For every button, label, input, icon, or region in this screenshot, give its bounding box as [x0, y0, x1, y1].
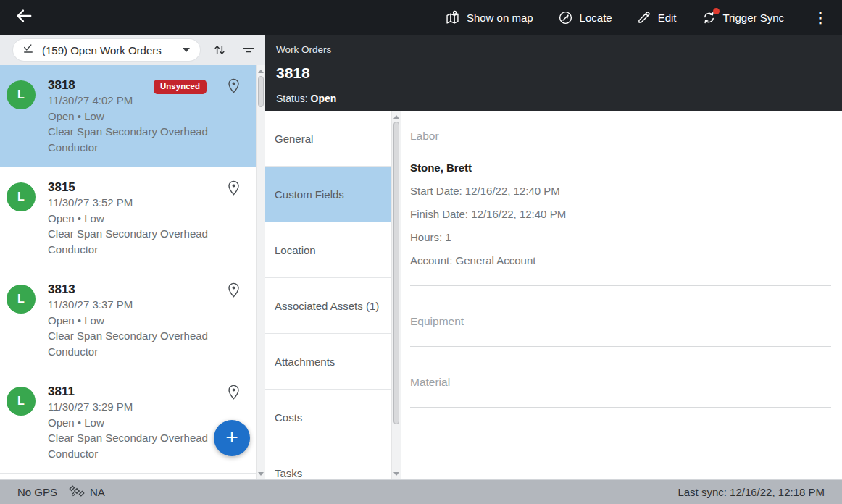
work-order-detail-panel: Work Orders 3818 Status:Open General Cus…	[265, 35, 842, 479]
detail-tab[interactable]: Costs	[265, 390, 391, 445]
list-scrollbar[interactable]	[256, 65, 265, 479]
status-label: Status:	[276, 93, 308, 104]
section-heading: Material	[410, 376, 831, 389]
work-order-status-priority: Open • Low	[48, 313, 227, 329]
detail-body: General Custom Fields Location Associate…	[265, 111, 842, 479]
content-section: Equipment	[410, 286, 831, 347]
work-order-timestamp: 11/30/27 4:02 PM	[48, 93, 227, 109]
satellite-group: NA	[69, 483, 105, 501]
breadcrumb: Work Orders	[276, 44, 828, 55]
work-order-description: Clear Span Secondary Overhead Conductor	[48, 124, 227, 155]
compass-icon	[558, 10, 573, 25]
last-sync-text: Last sync: 12/16/22, 12:18 PM	[678, 486, 825, 498]
work-order-description: Clear Span Secondary Overhead Conductor	[48, 430, 227, 461]
select-check-icon	[22, 42, 35, 58]
topbar: Show on map Locate	[0, 0, 842, 35]
section-field: Hours: 1	[410, 231, 831, 244]
avatar: L	[7, 182, 36, 211]
app-window: Show on map Locate	[0, 0, 842, 504]
work-order-timestamp: 11/30/27 3:52 PM	[48, 195, 227, 211]
add-work-order-button[interactable]: +	[214, 420, 250, 456]
tabs-column: General Custom Fields Location Associate…	[265, 111, 401, 479]
detail-tab[interactable]: Tasks	[265, 445, 391, 479]
work-order-description: Clear Span Secondary Overhead Conductor	[48, 328, 227, 359]
work-order-list-item[interactable]: L 3818 11/30/27 4:02 PM Open • Low Clear…	[0, 65, 256, 167]
status-value: Open	[311, 93, 337, 104]
topbar-actions: Show on map Locate	[445, 10, 832, 25]
edit-button[interactable]: Edit	[637, 10, 677, 25]
filter-dropdown-value: (159) Open Work Orders	[42, 44, 175, 56]
satellite-icon	[69, 483, 85, 501]
section-divider	[410, 407, 831, 408]
work-order-status-priority: Open • Low	[48, 415, 227, 431]
tab-content: Labor Stone, Brett Start Date: 12/16/22,…	[401, 111, 842, 479]
tab-label: Location	[275, 244, 316, 256]
tab-label: Custom Fields	[275, 188, 344, 201]
page-title: 3818	[276, 64, 828, 82]
sync-alert-dot	[713, 8, 720, 14]
work-order-status-priority: Open • Low	[48, 109, 227, 125]
scrollbar-down-arrow[interactable]	[257, 469, 265, 478]
filter-dropdown[interactable]: (159) Open Work Orders	[13, 39, 200, 61]
scrollbar-thumb[interactable]	[258, 76, 264, 107]
work-order-description: Clear Span Secondary Overhead Conductor	[48, 226, 227, 257]
location-pin-icon[interactable]	[227, 77, 241, 97]
location-pin-icon[interactable]	[227, 282, 241, 301]
list-scroll-area: L 3818 11/30/27 4:02 PM Open • Low Clear…	[0, 65, 265, 479]
sync-icon	[701, 10, 717, 25]
scrollbar-up-arrow[interactable]	[392, 112, 401, 121]
section-heading: Labor	[410, 130, 831, 143]
back-button[interactable]	[12, 5, 36, 30]
work-order-timestamp: 11/30/27 3:29 PM	[48, 399, 227, 415]
sort-button[interactable]	[210, 41, 229, 59]
edit-label: Edit	[658, 12, 677, 24]
show-on-map-button[interactable]: Show on map	[445, 10, 533, 25]
detail-header: Work Orders 3818 Status:Open	[265, 35, 842, 111]
detail-tab[interactable]: Associated Assets (1)	[265, 278, 391, 334]
unsynced-badge: Unsynced	[154, 80, 207, 94]
scrollbar-down-arrow[interactable]	[392, 469, 401, 478]
statusbar-left: No GPS NA	[17, 483, 105, 501]
work-order-id: 3813	[48, 282, 227, 297]
work-order-list-item[interactable]: L 3815 11/30/27 3:52 PM Open • Low Clear…	[0, 167, 256, 269]
tab-label: Attachments	[275, 356, 335, 368]
locate-label: Locate	[580, 12, 612, 24]
list-header: (159) Open Work Orders	[0, 35, 265, 65]
location-pin-icon[interactable]	[227, 180, 241, 199]
work-order-list-item[interactable]: L 3813 11/30/27 3:37 PM Open • Low Clear…	[0, 269, 256, 371]
section-field: Start Date: 12/16/22, 12:40 PM	[410, 185, 831, 198]
locate-button[interactable]: Locate	[558, 10, 612, 25]
avatar: L	[7, 387, 36, 416]
detail-tab[interactable]: General	[265, 111, 391, 167]
trigger-sync-label: Trigger Sync	[723, 12, 784, 24]
scrollbar-thumb[interactable]	[393, 122, 399, 424]
status-line: Status:Open	[276, 93, 828, 104]
work-order-id: 3815	[48, 180, 227, 195]
overflow-menu-button[interactable]: ⋮	[809, 10, 832, 25]
work-order-id: 3811	[48, 385, 227, 399]
tab-list: General Custom Fields Location Associate…	[265, 111, 391, 479]
scrollbar-up-arrow[interactable]	[257, 67, 265, 75]
work-order-timestamp: 11/30/27 3:37 PM	[48, 297, 227, 313]
map-pin-icon	[445, 10, 460, 25]
section-entry-name: Stone, Brett	[410, 161, 831, 175]
trigger-sync-button[interactable]: Trigger Sync	[701, 10, 784, 25]
content-section: Labor Stone, Brett Start Date: 12/16/22,…	[410, 111, 831, 286]
work-order-status-priority: Open • Low	[48, 211, 227, 227]
gps-status: No GPS	[17, 486, 57, 498]
back-arrow-icon	[14, 7, 33, 28]
section-field: Finish Date: 12/16/22, 12:40 PM	[410, 208, 831, 221]
detail-tab[interactable]: Location	[265, 222, 391, 278]
work-order-list: L 3818 11/30/27 4:02 PM Open • Low Clear…	[0, 65, 256, 479]
tabs-scrollbar[interactable]	[391, 111, 401, 479]
avatar: L	[7, 285, 36, 314]
detail-tab[interactable]: Attachments	[265, 334, 391, 390]
work-order-list-item[interactable]: L 3811 11/30/27 3:29 PM Open • Low Clear…	[0, 371, 256, 474]
tab-label: Tasks	[275, 467, 302, 479]
filter-button[interactable]	[239, 41, 258, 59]
work-order-list-panel: (159) Open Work Orders	[0, 35, 265, 479]
main-area: (159) Open Work Orders	[0, 35, 842, 479]
detail-tab[interactable]: Custom Fields	[265, 167, 391, 222]
location-pin-icon[interactable]	[227, 384, 241, 403]
section-field: Account: General Account	[410, 254, 831, 267]
